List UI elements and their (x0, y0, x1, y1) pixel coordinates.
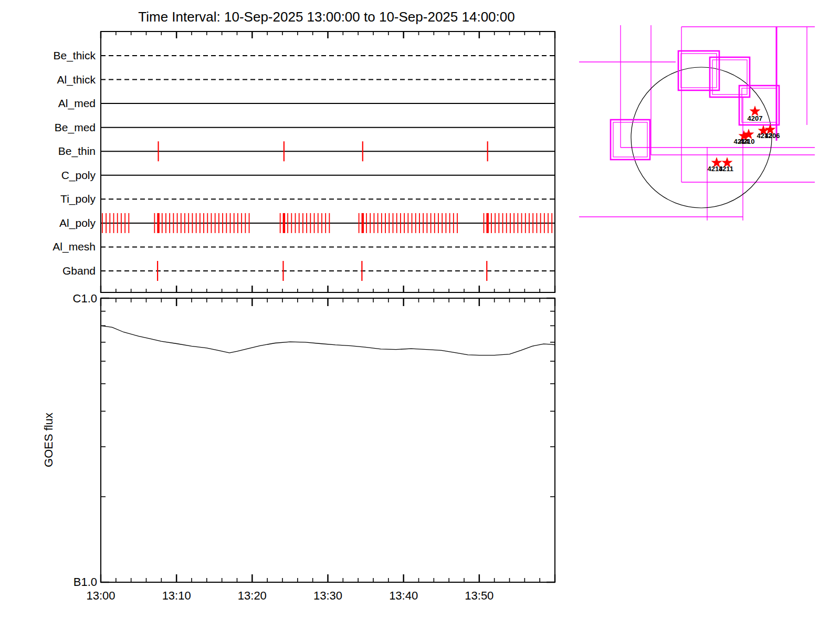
filter-row-label-Al_mesh: Al_mesh (52, 240, 96, 253)
filter-row-label-Ti_poly: Ti_poly (60, 193, 96, 205)
active-region-label-4206: 4206 (765, 132, 780, 140)
goes-curve-group (101, 326, 555, 355)
active-region-label-4211: 4211 (719, 165, 733, 173)
fov-box (710, 57, 750, 97)
fov-box-inner (681, 54, 717, 88)
filter-row-label-Be_thick: Be_thick (53, 49, 96, 62)
x-axis-label-13:00: 13:00 (86, 589, 115, 602)
filter-row-label-Gband: Gband (62, 265, 96, 277)
fov-box-inner (613, 122, 647, 157)
filter-row-label-Al_thick: Al_thick (57, 74, 96, 86)
active-region-label-4210: 4210 (740, 138, 755, 145)
active-region-label-4207: 4207 (748, 114, 763, 122)
filter-row-label-Be_thin: Be_thin (58, 145, 96, 158)
x-axis-label-13:30: 13:30 (313, 589, 342, 602)
axis-ticks-group (101, 32, 555, 582)
goes-y-axis-title: GOES flux (42, 413, 55, 467)
page-title: Time Interval: 10-Sep-2025 13:00:00 to 1… (138, 9, 514, 25)
x-axis-label-13:40: 13:40 (389, 589, 418, 602)
solar-disk-map: 4207421242064214421042134211 (579, 25, 815, 220)
xrt-observation-figure: Time Interval: 10-Sep-2025 13:00:00 to 1… (0, 0, 840, 630)
goes-y-top-label: C1.0 (73, 292, 97, 305)
filter-row-label-C_poly: C_poly (61, 169, 96, 182)
fov-box (611, 120, 650, 160)
goes-y-bottom-label: B1.0 (74, 575, 97, 589)
filter-row-label-Al_poly: Al_poly (59, 217, 96, 229)
x-axis-label-13:50: 13:50 (465, 589, 494, 602)
filter-row-label-Al_med: Al_med (58, 97, 96, 110)
goes-flux-curve (101, 326, 555, 355)
filter-row-label-Be_med: Be_med (55, 121, 96, 134)
x-axis-label-13:20: 13:20 (238, 589, 267, 602)
exposure-ticks-group (102, 141, 552, 281)
filter-rows-group: Be_thickAl_thickAl_medBe_medBe_thinC_pol… (52, 49, 555, 277)
x-axis-label-13:10: 13:10 (162, 589, 191, 602)
goes-flux-panel (101, 298, 555, 582)
filter-timeline-panel (101, 32, 555, 292)
x-axis-labels-group: 13:0013:1013:2013:3013:4013:50 (86, 589, 494, 602)
